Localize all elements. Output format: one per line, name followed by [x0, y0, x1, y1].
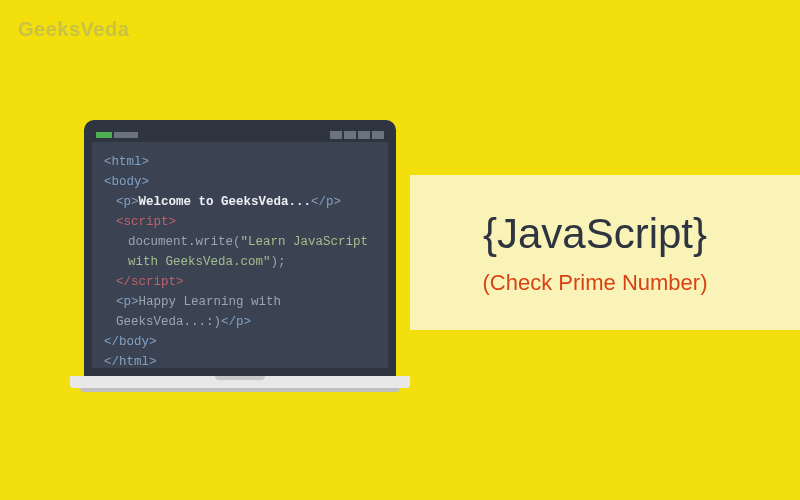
code-line: </body> [104, 335, 157, 349]
code-line: </script> [116, 275, 184, 289]
laptop-illustration: <html> <body> <p>Welcome to GeeksVeda...… [70, 120, 410, 388]
code-line: <script> [116, 215, 176, 229]
code-token: </p> [221, 315, 251, 329]
window-extra-icon [372, 131, 384, 139]
code-line: <body> [104, 175, 149, 189]
code-block: <html> <body> <p>Welcome to GeeksVeda...… [92, 142, 388, 382]
title-main: {JavaScript} [483, 210, 707, 258]
editor-titlebar [92, 128, 388, 142]
title-subtitle: (Check Prime Number) [483, 270, 708, 296]
laptop-notch [215, 376, 265, 380]
code-token: document.write( [128, 235, 241, 249]
laptop-base [70, 376, 410, 388]
code-token: </p> [311, 195, 341, 209]
code-token: <p> [116, 295, 139, 309]
tab-active-icon [96, 132, 112, 138]
code-token: Welcome to GeeksVeda... [139, 195, 312, 209]
code-token: Happy Learning with GeeksVeda...:) [116, 295, 281, 329]
code-token: <p> [116, 195, 139, 209]
code-token: ); [271, 255, 286, 269]
code-line: <html> [104, 155, 149, 169]
code-line: </html> [104, 355, 157, 369]
tab-inactive-icon [114, 132, 138, 138]
window-controls [330, 131, 384, 139]
title-card: {JavaScript} (Check Prime Number) [410, 175, 800, 330]
window-min-icon [330, 131, 342, 139]
window-max-icon [344, 131, 356, 139]
code-editor: <html> <body> <p>Welcome to GeeksVeda...… [92, 128, 388, 368]
editor-tabs [96, 132, 138, 138]
window-close-icon [358, 131, 370, 139]
site-logo: GeeksVeda [18, 18, 129, 41]
laptop-screen-bezel: <html> <body> <p>Welcome to GeeksVeda...… [84, 120, 396, 376]
